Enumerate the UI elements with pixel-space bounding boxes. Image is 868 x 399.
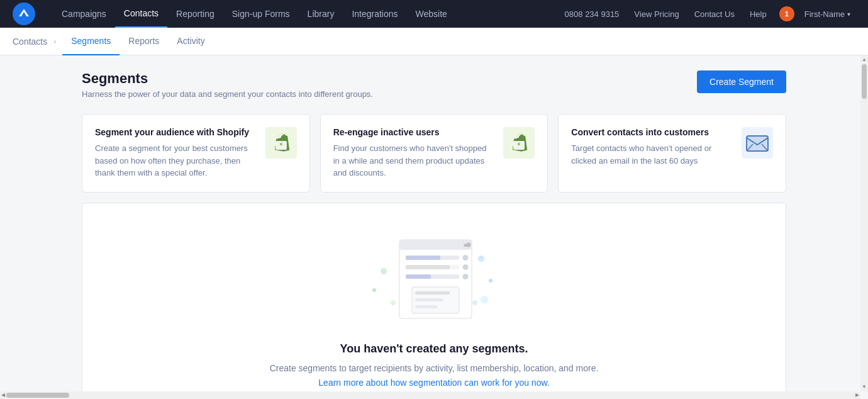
svg-point-3 [280,143,282,145]
scrollbar-thumb-v[interactable] [862,64,867,99]
scroll-left-arrow[interactable]: ◀ [1,393,5,398]
card-2-title: Re-engage inactive users [333,127,494,137]
inactive-users-card: Re-engage inactive users Find your custo… [320,114,548,193]
breadcrumb-separator: › [50,37,60,46]
nav-integrations[interactable]: Integrations [343,0,406,28]
user-menu[interactable]: First-Name ▾ [799,0,855,28]
tab-segments[interactable]: Segments [62,28,120,55]
svg-rect-22 [399,240,472,250]
shopify-audience-card: Segment your audience with Shopify Creat… [82,114,310,193]
svg-rect-28 [406,265,450,269]
svg-rect-36 [415,305,437,308]
convert-contacts-card: Convert contacts into customers Target c… [558,114,786,193]
scrollbar-vertical[interactable]: ▲ ▼ [860,55,868,391]
card-3-title: Convert contacts into customers [571,127,732,137]
nav-reporting[interactable]: Reporting [167,0,223,28]
view-pricing-link[interactable]: View Pricing [626,0,686,28]
chevron-down-icon: ▾ [847,11,850,18]
scroll-up-arrow[interactable]: ▲ [862,57,867,63]
cards-row: Segment your audience with Shopify Creat… [82,114,786,193]
svg-rect-31 [406,274,431,279]
page-header: Segments Harness the power of your data … [82,70,786,99]
logo[interactable] [13,3,35,25]
email-icon [742,127,773,159]
card-1-title: Segment your audience with Shopify [95,127,255,137]
empty-state-learn-more-link[interactable]: Learn more about how segmentation can wo… [318,378,549,388]
svg-point-32 [463,274,468,279]
nav-links: Campaigns Contacts Reporting Sign-up For… [53,0,557,28]
scrollbar-horizontal[interactable]: ◀ ▶ [0,391,860,399]
svg-point-15 [478,256,484,262]
card-3-content: Convert contacts into customers Target c… [571,127,732,167]
empty-state-title: You haven't created any segments. [340,342,528,356]
help-link[interactable]: Help [742,0,774,28]
shopify-icon-1 [265,127,297,159]
nav-website[interactable]: Website [407,0,456,28]
sub-nav: Contacts › Segments Reports Activity [0,28,868,55]
tab-activity[interactable]: Activity [168,28,213,55]
svg-text:✕: ✕ [463,242,468,249]
nav-contacts[interactable]: Contacts [115,0,167,28]
nav-library[interactable]: Library [299,0,343,28]
tab-reports[interactable]: Reports [120,28,168,55]
page-subtitle: Harness the power of your data and segme… [82,89,373,99]
create-segment-button-header[interactable]: Create Segment [697,70,786,93]
contact-us-link[interactable]: Contact Us [687,0,742,28]
card-3-description: Target contacts who haven't opened or cl… [571,142,732,167]
user-name: First-Name [804,9,845,19]
svg-point-13 [372,288,376,292]
svg-rect-34 [415,291,450,295]
scroll-down-arrow[interactable]: ▼ [862,384,867,390]
card-2-content: Re-engage inactive users Find your custo… [333,127,494,179]
svg-rect-35 [415,298,443,301]
nav-campaigns[interactable]: Campaigns [53,0,115,28]
svg-rect-25 [406,256,440,260]
page-title: Segments [82,70,373,87]
scroll-right-arrow[interactable]: ▶ [855,393,859,398]
svg-point-26 [463,255,468,260]
empty-state-subtitle: Create segments to target recipients by … [270,362,599,375]
card-1-description: Create a segment for your best customers… [95,142,255,179]
top-nav: Campaigns Contacts Reporting Sign-up For… [0,0,868,28]
main-content: Segments Harness the power of your data … [69,55,799,399]
svg-point-18 [481,296,488,303]
svg-rect-8 [747,136,768,151]
scrollbar-thumb-h[interactable] [6,393,69,398]
page-title-section: Segments Harness the power of your data … [82,70,373,99]
notification-badge[interactable]: 1 [779,6,794,21]
svg-point-12 [381,268,387,274]
card-2-description: Find your customers who haven't shopped … [333,142,494,179]
breadcrumb-contacts[interactable]: Contacts [13,37,50,47]
svg-point-14 [391,300,396,305]
svg-point-17 [472,300,477,305]
card-1-content: Segment your audience with Shopify Creat… [95,127,255,179]
svg-point-6 [518,143,520,145]
nav-right: 0808 234 9315 View Pricing Contact Us He… [557,0,855,28]
svg-point-16 [489,279,492,283]
phone-number: 0808 234 9315 [557,9,627,19]
nav-signup-forms[interactable]: Sign-up Forms [223,0,299,28]
shopify-icon-2 [503,127,535,159]
empty-illustration: ✕ [365,233,503,325]
empty-state-section: ✕ You haven't created any segments. Crea… [82,203,786,400]
svg-point-29 [463,264,468,269]
sub-nav-tabs: Segments Reports Activity [62,28,213,55]
